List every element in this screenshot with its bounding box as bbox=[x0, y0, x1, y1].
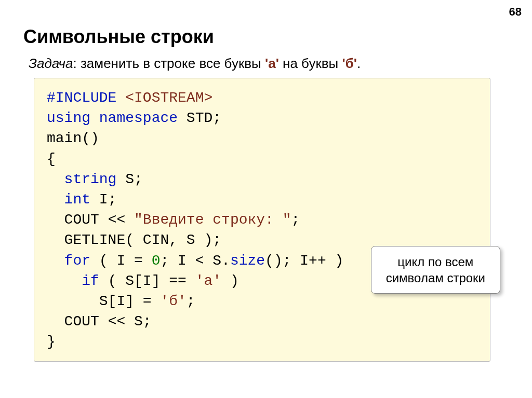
callout-line-2: символам строки bbox=[386, 270, 485, 286]
task-char-2: 'б' bbox=[342, 56, 357, 71]
code-token: <IOSTREAM> bbox=[125, 90, 212, 106]
code-block: #INCLUDE <IOSTREAM> using namespace STD;… bbox=[34, 78, 490, 362]
code-token: S[I] = bbox=[47, 293, 160, 309]
annotation-callout: цикл по всем символам строки bbox=[371, 246, 500, 294]
code-token: main() bbox=[47, 130, 99, 146]
code-token: #INCLUDE bbox=[47, 90, 125, 106]
code-token: 'б' bbox=[160, 293, 186, 309]
code-token: for bbox=[47, 253, 90, 269]
code-token: STD bbox=[187, 110, 212, 126]
task-text-1: : заменить в строке все буквы bbox=[73, 56, 265, 71]
code-token: COUT bbox=[47, 313, 108, 330]
code-token: 'а' bbox=[195, 273, 221, 289]
task-text-2: на буквы bbox=[279, 56, 342, 71]
code-token: ( S[I] == bbox=[99, 273, 195, 289]
task-label: Задача bbox=[29, 56, 73, 71]
code-token: ) bbox=[221, 273, 239, 289]
code-token: int bbox=[47, 191, 99, 208]
code-token: 0 bbox=[152, 253, 161, 269]
code-token: "Введите строку: " bbox=[134, 212, 291, 228]
task-text-3: . bbox=[357, 56, 361, 71]
code-token: using namespace bbox=[47, 110, 187, 126]
task-description: Задача: заменить в строке все буквы 'а' … bbox=[29, 56, 516, 72]
callout-line-1: цикл по всем bbox=[386, 254, 485, 270]
code-token: string bbox=[47, 171, 125, 187]
code-token: { bbox=[47, 151, 56, 167]
code-token: ( CIN, S ); bbox=[125, 232, 221, 248]
code-content: #INCLUDE <IOSTREAM> using namespace STD;… bbox=[47, 88, 477, 352]
code-token: S; bbox=[125, 171, 143, 187]
code-token: if bbox=[47, 273, 99, 289]
code-token: ; I < S. bbox=[160, 253, 230, 269]
code-token: (); I++ ) bbox=[265, 253, 343, 269]
code-token: ; bbox=[212, 110, 221, 126]
code-token: ; bbox=[187, 293, 195, 309]
code-token: I; bbox=[99, 191, 117, 208]
code-token: ( I = bbox=[90, 253, 152, 269]
task-char-1: 'а' bbox=[265, 56, 279, 71]
page-title: Символьные строки bbox=[23, 26, 516, 48]
code-token: GETLINE bbox=[47, 232, 125, 248]
code-token: << S; bbox=[108, 313, 152, 330]
code-token: } bbox=[47, 334, 56, 350]
code-token: << bbox=[108, 212, 134, 228]
code-token: COUT bbox=[47, 212, 108, 228]
code-token: size bbox=[230, 253, 265, 269]
code-token: ; bbox=[291, 212, 300, 228]
page-number: 68 bbox=[509, 5, 522, 19]
